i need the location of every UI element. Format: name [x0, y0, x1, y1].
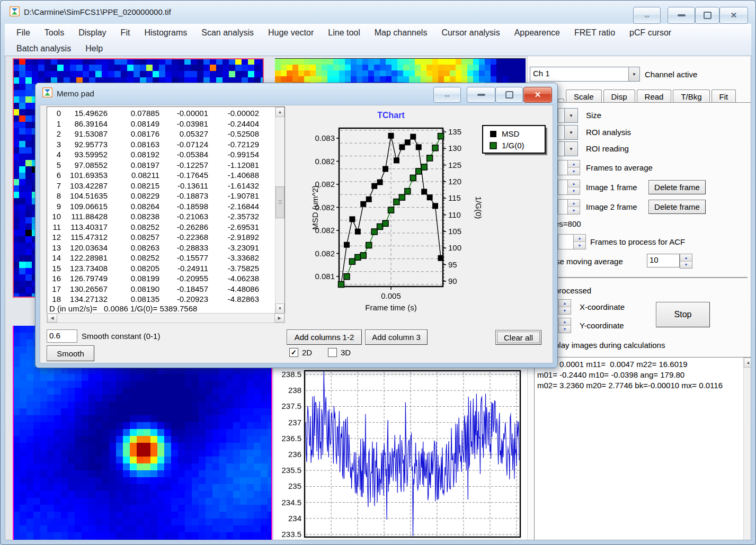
spin-up-icon[interactable]: ▲	[559, 300, 571, 307]
scroll-left-icon[interactable]: ◀	[47, 314, 57, 323]
spin-up-icon[interactable]: ▲	[568, 180, 580, 187]
image1-frame-spinner[interactable]: ▲▼	[567, 180, 580, 195]
add-columns-12-button[interactable]: Add columns 1-2	[287, 329, 362, 345]
table-row: 12115.473120.08257-0.22368-2.91892	[47, 232, 275, 243]
menu-item-map-channels[interactable]: Map channels	[375, 28, 428, 38]
acf-frames-field[interactable]	[558, 234, 574, 249]
title-bar[interactable]: D:\Carmine\SimFCS1\PPE_020000000.tif ⇔ ✕	[1, 1, 755, 24]
frames-average-field[interactable]	[558, 160, 568, 175]
scroll-right-icon[interactable]: ▶	[274, 314, 284, 323]
scroll-up-icon[interactable]: ▲	[275, 107, 284, 117]
menu-item-display[interactable]: Display	[78, 28, 106, 38]
menu-item-help[interactable]: Help	[85, 44, 103, 53]
moving-average-spinner[interactable]: ▲▼	[680, 254, 692, 269]
roi-analysis-select[interactable]: ▼	[564, 125, 578, 140]
memo-resize-button[interactable]: ⇔	[433, 87, 461, 103]
table-cell: 104.51635	[61, 191, 108, 200]
spin-down-icon[interactable]: ▼	[574, 242, 585, 249]
moving-average-input[interactable]: 10	[647, 254, 680, 267]
scroll-up-icon[interactable]: ▲	[744, 358, 751, 368]
menu-item-appearence[interactable]: Appearence	[514, 28, 560, 38]
spin-down-icon[interactable]: ▼	[568, 168, 580, 175]
scroll-thumb[interactable]: ☰	[275, 186, 284, 218]
moments-line: m01= -0.2440 m10= -0.0398 ang= 179.80	[537, 370, 742, 380]
close-button[interactable]: ✕	[719, 7, 748, 24]
chevron-down-icon[interactable]: ▼	[565, 109, 577, 122]
table-cell: -3.23091	[208, 243, 259, 252]
image2-frame-spinner[interactable]: ▲▼	[567, 199, 580, 215]
tab-disp[interactable]: Disp	[603, 90, 635, 103]
menu-item-scan-analysis[interactable]: Scan analysis	[201, 28, 254, 38]
menu-item-line-tool[interactable]: Line tool	[328, 28, 360, 38]
frames-average-spinner[interactable]: ▲▼	[567, 160, 580, 175]
acf-frames-spinner[interactable]: ▲▼	[573, 234, 586, 249]
tab-t-bkg[interactable]: T/Bkg	[673, 90, 709, 103]
table-cell: -3.75825	[208, 264, 259, 273]
resize-icon: ⇔	[443, 91, 451, 100]
table-cell: -0.26286	[159, 222, 208, 231]
minimize-button[interactable]	[668, 7, 695, 24]
scroll-down-icon[interactable]: ▼	[275, 303, 284, 314]
image2-frame-field[interactable]	[558, 199, 568, 215]
spin-down-icon[interactable]: ▼	[559, 307, 571, 314]
menu-item-file[interactable]: File	[16, 28, 30, 38]
spin-down-icon[interactable]: ▼	[680, 262, 692, 269]
tab-read[interactable]: Read	[637, 90, 672, 103]
spin-up-icon[interactable]: ▲	[559, 318, 571, 326]
delete-frame2-button[interactable]: Delete frame	[648, 200, 706, 214]
spin-down-icon[interactable]: ▼	[559, 326, 571, 333]
memo-pad-window[interactable]: Memo pad ⇔ ✕ 015.496260.07885-0.00001-0.…	[35, 83, 558, 368]
memo-data-list[interactable]: 015.496260.07885-0.00001-0.00002186.3916…	[47, 106, 285, 314]
chevron-down-icon[interactable]: ▼	[565, 126, 577, 139]
memo-list-vscrollbar[interactable]: ▲ ☰ ▼	[275, 107, 284, 314]
menu-bar: FileToolsDisplayFitHistogramsScan analys…	[5, 24, 751, 56]
x-coordinate-spinner[interactable]: ▲▼	[558, 299, 571, 315]
spin-up-icon[interactable]: ▲	[568, 200, 580, 207]
spin-up-icon[interactable]: ▲	[680, 254, 692, 262]
right-control-panel: Ch 1 ▼ Channel active ScaleDispReadT/Bkg…	[527, 56, 751, 540]
menu-item-tools[interactable]: Tools	[45, 28, 64, 38]
table-cell: -2.16844	[208, 202, 259, 211]
image1-frame-field[interactable]	[558, 180, 568, 195]
spin-down-icon[interactable]: ▼	[568, 187, 580, 194]
menu-item-huge-vector[interactable]: Huge vector	[268, 28, 314, 38]
chevron-down-icon[interactable]: ▼	[628, 67, 639, 81]
table-cell: 0.08192	[108, 150, 159, 159]
spin-down-icon[interactable]: ▼	[568, 207, 580, 214]
menu-item-fit[interactable]: Fit	[121, 28, 130, 38]
resize-button[interactable]: ⇔	[633, 7, 661, 24]
channel-active-select[interactable]: Ch 1 ▼	[530, 67, 640, 82]
tab-fit[interactable]: Fit	[711, 90, 736, 103]
stop-button[interactable]: Stop	[656, 302, 710, 327]
maximize-button[interactable]	[695, 7, 719, 24]
chevron-down-icon[interactable]: ▼	[565, 142, 577, 156]
image2-frame-label: Image 2 frame	[586, 202, 637, 211]
moments-text-area[interactable]: m00= 0.0001 m11= 0.0047 m22= 16.6019m01=…	[534, 357, 751, 540]
memo-list-hscrollbar[interactable]: ◀ ▶	[47, 313, 285, 323]
menu-item-fret-ratio[interactable]: FRET ratio	[574, 28, 615, 38]
menu-item-cursor-analysis[interactable]: Cursor analysis	[441, 28, 500, 38]
spin-up-icon[interactable]: ▲	[574, 235, 585, 242]
menu-item-histograms[interactable]: Histograms	[144, 28, 187, 38]
add-column-3-button[interactable]: Add column 3	[365, 329, 428, 345]
memo-minimize-button[interactable]	[467, 87, 495, 103]
memo-maximize-button[interactable]	[495, 87, 523, 103]
tab-scale[interactable]: Scale	[566, 90, 602, 103]
delete-frame1-button[interactable]: Delete frame	[648, 180, 706, 194]
spin-up-icon[interactable]: ▲	[568, 160, 580, 168]
y-coordinate-spinner[interactable]: ▲▼	[558, 318, 571, 333]
checkbox-2d[interactable]: ✓	[289, 348, 298, 357]
svg-text:125: 125	[448, 160, 461, 169]
moments-scrollbar[interactable]: ▲	[743, 358, 751, 540]
smooth-button[interactable]: Smooth	[47, 345, 94, 361]
menu-item-pcf-cursor[interactable]: pCF cursor	[629, 28, 671, 38]
memo-close-button[interactable]: ✕	[523, 87, 552, 103]
smooth-constant-input[interactable]: 0.6	[47, 329, 77, 343]
menu-item-batch-analysis[interactable]: Batch analysis	[16, 44, 71, 53]
roi-reading-select[interactable]: ▼	[564, 141, 578, 156]
table-cell: 0.08252	[108, 222, 159, 231]
checkbox-3d[interactable]	[328, 348, 337, 357]
clear-all-button[interactable]: Clear all	[495, 330, 541, 345]
svg-text:0.082: 0.082	[315, 157, 335, 166]
size-select[interactable]: ▼	[564, 108, 578, 123]
